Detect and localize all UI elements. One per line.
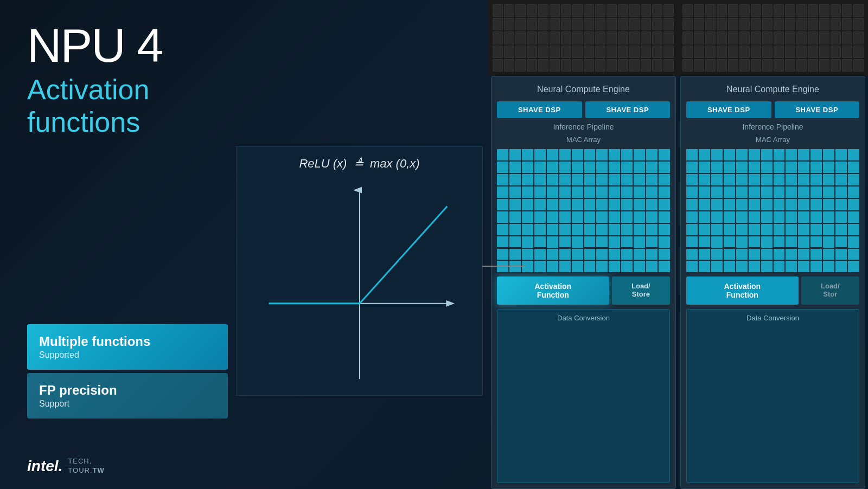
grid-cell <box>819 4 829 17</box>
grid-cell <box>785 46 795 58</box>
grid-cell <box>538 31 548 44</box>
grid-cell <box>527 4 537 17</box>
relu-graph: ReLU (x) ≜ max (0,x) <box>236 146 483 396</box>
grid-cell <box>728 4 738 17</box>
mac-cell <box>572 211 583 223</box>
mac-cell <box>497 224 508 235</box>
mac-cell <box>835 174 847 185</box>
mac-cell <box>711 261 723 272</box>
mac-cell <box>686 261 698 272</box>
grid-cell <box>595 4 605 17</box>
mac-cell <box>736 224 748 235</box>
grid-cell <box>853 18 864 30</box>
mac-cell <box>547 211 558 223</box>
grid-cell <box>717 59 727 72</box>
mac-cell <box>699 186 710 198</box>
mac-cell <box>711 186 723 198</box>
mac-cell <box>497 249 508 260</box>
grid-cell <box>751 31 761 44</box>
mac-cell <box>596 224 608 235</box>
mac-cell <box>534 211 546 223</box>
mac-cell <box>572 249 583 260</box>
mac-cell <box>646 211 658 223</box>
mac-cell <box>534 261 546 272</box>
mac-cell <box>823 261 834 272</box>
mac-cell <box>749 249 760 260</box>
grid-cell <box>762 46 773 58</box>
mac-cell <box>522 149 533 160</box>
shave-dsp-left-1: SHAVE DSP <box>497 101 582 118</box>
mac-cell <box>686 199 698 210</box>
mac-cell <box>810 261 822 272</box>
grid-cell <box>842 59 852 72</box>
mac-cell <box>686 249 698 260</box>
grid-cell <box>842 18 852 30</box>
relu-graph-svg <box>237 147 482 395</box>
mac-cell <box>547 236 558 248</box>
mac-cell <box>621 236 633 248</box>
mac-cell <box>559 249 571 260</box>
mac-cell <box>596 249 608 260</box>
mac-cell <box>823 149 834 160</box>
mac-cell <box>774 174 785 185</box>
mac-cell <box>646 149 658 160</box>
mac-cell <box>522 162 533 173</box>
grid-cell <box>663 59 674 72</box>
grid-cell <box>515 46 526 58</box>
mac-cell <box>699 224 710 235</box>
mac-cell <box>584 236 596 248</box>
mac-cell <box>736 186 748 198</box>
mac-cell <box>798 236 809 248</box>
grid-cell <box>493 31 503 44</box>
mac-cell <box>823 199 834 210</box>
grid-cell <box>652 46 662 58</box>
mac-cell <box>609 236 620 248</box>
grid-cell <box>774 46 784 58</box>
grid-cell <box>652 18 662 30</box>
mac-cell <box>547 199 558 210</box>
mac-cell <box>823 236 834 248</box>
mac-cell <box>699 211 710 223</box>
grid-cell <box>663 46 674 58</box>
grid-cell <box>751 46 761 58</box>
mac-cell <box>810 211 822 223</box>
mac-cell <box>798 211 809 223</box>
mac-cell <box>848 211 859 223</box>
mac-cell <box>609 199 620 210</box>
grid-cell <box>682 4 693 17</box>
mac-cell <box>584 199 596 210</box>
mac-cell <box>749 261 760 272</box>
mac-cell <box>596 174 608 185</box>
grid-cell <box>493 46 503 58</box>
grid-cell <box>785 4 795 17</box>
mac-cell <box>659 261 670 272</box>
mac-cell <box>823 162 834 173</box>
mac-cell <box>509 224 521 235</box>
grid-cell <box>618 46 628 58</box>
load-store-right: Load/Stor <box>801 276 859 305</box>
mac-cell <box>634 224 645 235</box>
mac-cell <box>634 211 645 223</box>
mac-cell <box>699 236 710 248</box>
grid-cell <box>705 46 716 58</box>
mac-cell <box>572 199 583 210</box>
title-section: NPU 4 Activation functions <box>27 22 162 139</box>
grid-cell <box>808 31 818 44</box>
mac-cell <box>786 149 797 160</box>
mac-cell <box>774 149 785 160</box>
mac-grid-right <box>686 149 859 272</box>
mac-cell <box>699 261 710 272</box>
mac-cell <box>534 174 546 185</box>
grid-cell <box>796 18 807 30</box>
mac-cell <box>584 149 596 160</box>
grid-cell <box>751 59 761 72</box>
grid-cell <box>561 31 571 44</box>
mac-cell <box>497 149 508 160</box>
grid-cell <box>819 59 829 72</box>
mac-cell <box>584 249 596 260</box>
mac-cell <box>534 199 546 210</box>
mac-cell <box>659 162 670 173</box>
mac-cell <box>686 224 698 235</box>
grid-cell <box>739 4 750 17</box>
mac-cell <box>810 186 822 198</box>
